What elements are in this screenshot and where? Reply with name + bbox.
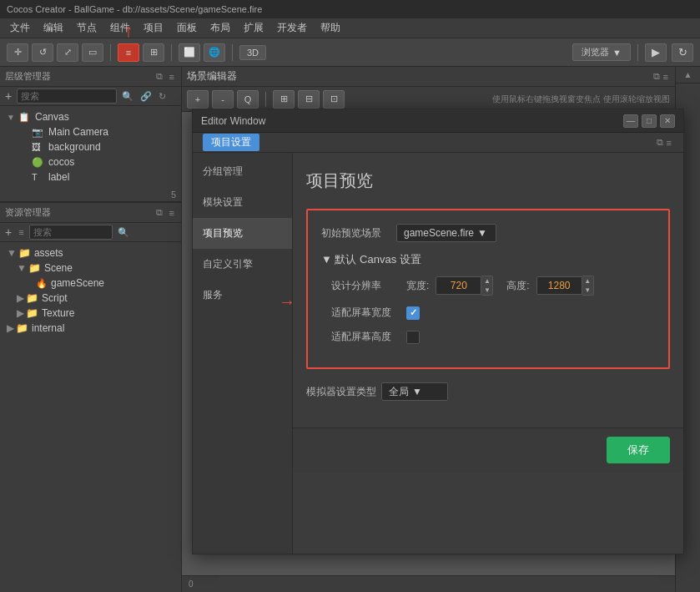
layer-refresh-btn[interactable]: ↻ xyxy=(157,91,168,102)
menu-extend[interactable]: 扩展 xyxy=(237,19,270,37)
menu-project[interactable]: 项目 xyxy=(137,19,170,37)
sidebar-custom-engine[interactable]: 自定义引擎 xyxy=(193,249,292,280)
scale-tool-btn[interactable]: ⤢ xyxy=(57,43,78,62)
scene-editor-title: 场景编辑器 xyxy=(187,69,237,83)
asset-search-input[interactable] xyxy=(29,225,113,240)
script-arrow: ▶ xyxy=(17,292,24,304)
rotate-tool-btn[interactable]: ↺ xyxy=(32,43,53,62)
scene-copy-btn[interactable]: ⧉ xyxy=(652,71,662,82)
initial-scene-label: 初始预览场景 xyxy=(321,226,396,240)
sidebar-group-management[interactable]: 分组管理 xyxy=(193,156,292,187)
asset-search-icon[interactable]: 🔍 xyxy=(116,227,131,238)
dialog-nav-settings-btn[interactable]: ≡ xyxy=(665,138,673,148)
zoom-in-btn[interactable]: + xyxy=(187,90,209,109)
scene-arrow: ▼ xyxy=(17,262,27,274)
menu-node[interactable]: 节点 xyxy=(70,19,103,37)
tree-background[interactable]: 🖼 background xyxy=(13,139,181,154)
add-node-btn[interactable]: + xyxy=(3,89,13,103)
dialog-nav-copy-btn[interactable]: ⧉ xyxy=(655,137,665,148)
play-config-btn[interactable]: ⊞ xyxy=(143,43,164,62)
menu-layout[interactable]: 布局 xyxy=(204,19,237,37)
menu-developer[interactable]: 开发者 xyxy=(270,19,314,37)
tree-script-folder[interactable]: ▶ 📁 Script xyxy=(10,291,181,306)
menu-edit[interactable]: 编辑 xyxy=(37,19,70,37)
dialog-title-text: Editor Window xyxy=(201,115,623,127)
layer-link-btn[interactable]: 🔗 xyxy=(138,91,154,102)
section-title: 项目预览 xyxy=(306,170,670,192)
width-increment-btn[interactable]: ▲ xyxy=(481,276,492,286)
dialog-sidebar: 分组管理 模块设置 项目预览 自定义引擎 服务 xyxy=(193,153,293,554)
scene-tool-1[interactable]: ⊞ xyxy=(273,90,295,109)
asset-manager-toolbar: + ≡ 🔍 xyxy=(0,223,181,242)
anchor-btn[interactable]: ≡ xyxy=(118,43,139,62)
tree-canvas[interactable]: ▼ 📋 Canvas xyxy=(0,109,181,124)
sidebar-services[interactable]: 服务 xyxy=(193,280,292,311)
menu-panel[interactable]: 面板 xyxy=(170,19,204,37)
scene-hint: 使用鼠标右键拖拽视窗变焦点 使用滚轮缩放视图 xyxy=(492,94,670,105)
3d-toggle-btn[interactable]: 3D xyxy=(239,45,266,60)
layer-manager-toolbar: + 🔍 🔗 ↻ xyxy=(0,87,181,106)
layer-manager-header: 层级管理器 ⧉ ≡ xyxy=(0,67,181,87)
fit-width-checkbox[interactable]: ✓ xyxy=(406,306,420,320)
tree-internal[interactable]: ▶ 📁 internal xyxy=(0,321,181,336)
sidebar-project-preview[interactable]: 项目预览 xyxy=(193,218,292,249)
toolbar-sep-2 xyxy=(171,44,172,61)
label-icon: T xyxy=(32,172,45,182)
layer-manager-copy-btn[interactable]: ⧉ xyxy=(154,71,164,82)
dialog-footer: 保存 xyxy=(293,428,683,472)
scene-settings-btn[interactable]: ≡ xyxy=(662,72,670,82)
asset-add-btn[interactable]: + xyxy=(3,225,13,239)
layer-manager-title: 层级管理器 xyxy=(5,70,51,83)
dialog-main-content: 项目预览 初始预览场景 gameScene.fire ▼ xyxy=(293,153,683,428)
width-decrement-btn[interactable]: ▼ xyxy=(481,286,492,295)
asset-settings-btn[interactable]: ≡ xyxy=(168,208,176,218)
tree-scene-folder[interactable]: ▼ 📁 Scene xyxy=(10,261,181,276)
scene-editor-header: 场景编辑器 ⧉ ≡ xyxy=(182,67,675,87)
fit-height-checkbox[interactable] xyxy=(406,331,420,344)
height-increment-btn[interactable]: ▲ xyxy=(582,276,593,286)
zoom-fit-btn[interactable]: Q xyxy=(237,90,259,109)
scene-btn[interactable]: ⬜ xyxy=(179,43,200,62)
dialog-maximize-btn[interactable]: □ xyxy=(642,114,657,128)
tree-main-camera[interactable]: 📷 Main Camera xyxy=(13,124,181,139)
asset-manager: 资源管理器 ⧉ ≡ + ≡ 🔍 ▼ 📁 assets ▼ xyxy=(0,202,181,592)
canvas-arrow: ▼ xyxy=(7,113,17,122)
tree-assets[interactable]: ▼ 📁 assets xyxy=(0,245,181,261)
move-tool-btn[interactable]: ✛ xyxy=(7,43,28,62)
fit-width-label: 适配屏幕宽度 xyxy=(331,306,406,320)
menu-file[interactable]: 文件 xyxy=(3,19,37,37)
tree-cocos[interactable]: 🟢 cocos xyxy=(13,154,181,170)
dialog-minimize-btn[interactable]: — xyxy=(623,114,638,128)
canvas-icon: 📋 xyxy=(18,112,32,123)
dialog-close-btn[interactable]: ✕ xyxy=(660,114,675,128)
simulator-row: 模拟器设置类型 全局 ▼ xyxy=(306,382,670,401)
nav-tab-active[interactable]: 项目设置 xyxy=(203,134,259,151)
scene-tool-3[interactable]: ⊡ xyxy=(323,90,345,109)
scene-folder-icon: 📁 xyxy=(28,262,41,274)
play-btn[interactable]: ▶ xyxy=(645,43,667,62)
globe-btn[interactable]: 🌐 xyxy=(204,43,225,62)
initial-scene-dropdown[interactable]: gameScene.fire ▼ xyxy=(396,224,496,242)
layer-search-input[interactable] xyxy=(17,89,117,104)
tree-game-scene[interactable]: ▶ 🔥 gameScene xyxy=(20,276,181,291)
layer-search-icon[interactable]: 🔍 xyxy=(120,91,135,102)
menu-component[interactable]: 组件 xyxy=(103,19,137,37)
save-button[interactable]: 保存 xyxy=(607,437,670,463)
asset-copy-btn[interactable]: ⧉ xyxy=(154,207,164,218)
main-camera-icon: 📷 xyxy=(32,127,45,138)
zoom-out-btn[interactable]: - xyxy=(212,90,234,109)
tree-texture-folder[interactable]: ▶ 📁 Texture xyxy=(10,306,181,321)
editor-window: Editor Window — □ ✕ 项目设置 ⧉ ≡ 分组管理 模块设置 项… xyxy=(192,109,684,554)
menu-help[interactable]: 帮助 xyxy=(314,19,347,37)
layer-manager-settings-btn[interactable]: ≡ xyxy=(168,72,176,82)
height-decrement-btn[interactable]: ▼ xyxy=(582,286,593,295)
tree-label[interactable]: T label xyxy=(13,170,181,185)
scene-tool-2[interactable]: ⊟ xyxy=(298,90,320,109)
browser-btn[interactable]: 浏览器 ▼ xyxy=(572,43,631,61)
reload-btn[interactable]: ↻ xyxy=(672,43,693,62)
sidebar-module-settings[interactable]: 模块设置 xyxy=(193,187,292,218)
rect-tool-btn[interactable]: ▭ xyxy=(82,43,103,62)
asset-sort-btn[interactable]: ≡ xyxy=(17,227,25,237)
dialog-body: 分组管理 模块设置 项目预览 自定义引擎 服务 项目预览 初始预览场景 game… xyxy=(193,153,683,554)
simulator-dropdown[interactable]: 全局 ▼ xyxy=(381,382,448,401)
